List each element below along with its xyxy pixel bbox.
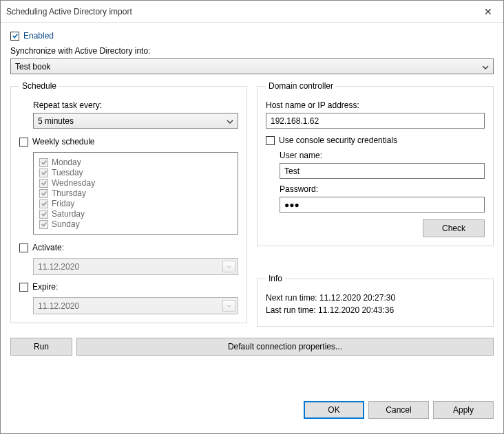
repeat-dropdown[interactable]: 5 minutes	[33, 113, 238, 129]
sync-target-dropdown[interactable]: Test book	[10, 58, 494, 74]
use-console-label: Use console security credentials	[279, 135, 397, 145]
cancel-button[interactable]: Cancel	[368, 401, 429, 419]
list-item: Friday	[39, 199, 232, 208]
calendar-picker-icon	[222, 261, 235, 272]
list-item: Tuesday	[39, 168, 232, 177]
title-bar: Scheduling Active Directory import ✕	[1, 1, 503, 23]
default-connection-properties-button[interactable]: Default connection properties...	[76, 338, 494, 356]
check-button[interactable]: Check	[423, 219, 485, 237]
checkbox-icon	[39, 199, 48, 208]
content-area: Enabled Synchronize with Active Director…	[1, 23, 503, 433]
weekly-schedule-label: Weekly schedule	[32, 137, 95, 147]
checkbox-icon	[39, 220, 48, 229]
domain-controller-group: Domain controller Host name or IP addres…	[257, 81, 494, 246]
password-label: Password:	[280, 184, 485, 194]
checkbox-icon	[19, 283, 28, 292]
chevron-down-icon	[227, 116, 233, 126]
window-title: Scheduling Active Directory import	[6, 7, 132, 17]
password-input[interactable]	[280, 197, 485, 213]
sync-target-value: Test book	[15, 62, 50, 72]
activate-date-value: 11.12.2020	[38, 262, 79, 272]
run-button[interactable]: Run	[10, 338, 72, 356]
list-item: Sunday	[39, 219, 232, 229]
checkbox-icon	[266, 136, 275, 145]
list-item: Thursday	[39, 188, 232, 198]
schedule-legend: Schedule	[19, 81, 59, 91]
list-item: Saturday	[39, 209, 232, 219]
activate-checkbox[interactable]: Activate:	[19, 243, 238, 252]
expire-date-value: 11.12.2020	[38, 301, 79, 311]
ok-button[interactable]: OK	[304, 401, 364, 419]
activate-date-input[interactable]: 11.12.2020	[33, 258, 238, 275]
checkbox-icon	[39, 179, 48, 188]
enabled-checkbox[interactable]: Enabled	[10, 31, 494, 41]
calendar-picker-icon	[222, 300, 235, 312]
dc-legend: Domain controller	[266, 81, 336, 91]
list-item: Wednesday	[39, 178, 232, 188]
checkbox-icon	[39, 158, 48, 167]
checkbox-icon	[39, 210, 48, 219]
last-run-time: Last run time: 11.12.2020 20:43:36	[266, 305, 485, 315]
username-input[interactable]	[280, 163, 485, 179]
right-column: Domain controller Host name or IP addres…	[257, 81, 494, 334]
checkbox-icon	[19, 138, 28, 147]
expire-checkbox[interactable]: Expire:	[19, 282, 238, 292]
expire-date-input[interactable]: 11.12.2020	[33, 297, 238, 314]
apply-button[interactable]: Apply	[433, 401, 494, 419]
close-button[interactable]: ✕	[472, 1, 503, 22]
dialog-footer: OK Cancel Apply	[1, 393, 503, 426]
info-group: Info Next run time: 11.12.2020 20:27:30 …	[257, 274, 494, 327]
sync-label: Synchronize with Active Directory into:	[10, 46, 494, 56]
chevron-down-icon	[482, 62, 489, 72]
repeat-label: Repeat task every:	[33, 100, 238, 110]
checkbox-icon	[10, 32, 19, 41]
next-run-time: Next run time: 11.12.2020 20:27:30	[266, 293, 485, 303]
close-icon: ✕	[484, 6, 492, 17]
checkbox-icon	[19, 243, 28, 252]
host-input[interactable]	[266, 113, 485, 129]
repeat-value: 5 minutes	[38, 116, 74, 126]
schedule-group: Schedule Repeat task every: 5 minutes We…	[10, 81, 247, 323]
checkbox-icon	[39, 169, 48, 177]
checkbox-icon	[39, 189, 48, 198]
enabled-label: Enabled	[23, 31, 54, 41]
weekdays-list: Monday Tuesday Wednesday Thursday Friday…	[33, 152, 238, 235]
use-console-credentials-checkbox[interactable]: Use console security credentials	[266, 135, 485, 145]
expire-label: Expire:	[32, 282, 58, 292]
host-label: Host name or IP address:	[266, 100, 485, 110]
dialog-window: Scheduling Active Directory import ✕ Ena…	[0, 0, 504, 434]
username-label: User name:	[280, 151, 485, 160]
list-item: Monday	[39, 158, 232, 167]
left-column: Schedule Repeat task every: 5 minutes We…	[10, 81, 247, 334]
info-legend: Info	[266, 274, 285, 283]
weekly-schedule-checkbox[interactable]: Weekly schedule	[19, 137, 238, 147]
activate-label: Activate:	[32, 243, 64, 252]
